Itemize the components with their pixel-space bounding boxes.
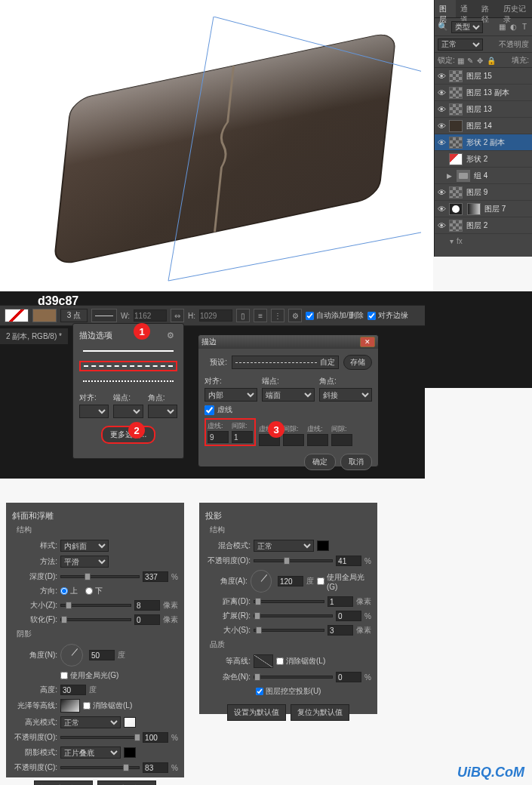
use-global-light-check[interactable]: 使用全局光(G) (317, 572, 371, 591)
set-default-button[interactable]: 设置为默认值 (227, 704, 286, 721)
highlight-color-swatch[interactable] (124, 717, 136, 728)
close-icon[interactable]: ✕ (360, 337, 375, 347)
angle-input[interactable] (89, 650, 115, 660)
stroke-caps-select[interactable] (113, 405, 143, 418)
visibility-toggle-icon[interactable]: 👁 (436, 155, 447, 164)
fx-toggle-icon[interactable]: ▾ (450, 237, 454, 245)
opacity-slider[interactable] (254, 559, 333, 562)
gear-icon[interactable]: ⚙ (167, 331, 177, 341)
angle-input[interactable] (278, 576, 303, 586)
stroke-align-select[interactable] (79, 405, 109, 418)
filter-type-icon[interactable]: T (520, 23, 529, 32)
lock-transparency-icon[interactable]: ▦ (457, 57, 465, 64)
layer-thumbnail[interactable] (457, 170, 470, 182)
stroke-corners-select[interactable] (148, 405, 177, 418)
bevel-style-select[interactable]: 内斜面 (60, 540, 109, 552)
visibility-toggle-icon[interactable]: 👁 (436, 122, 447, 131)
antialias-check[interactable]: 消除锯齿(L) (83, 700, 132, 711)
stroke-swatch[interactable] (32, 309, 57, 322)
stroke-width-input[interactable] (60, 309, 88, 322)
layer-thumbnail[interactable] (449, 87, 463, 99)
path-arrange-icon[interactable]: ≡ (254, 309, 267, 322)
preset-select[interactable]: 自定 (232, 356, 339, 369)
altitude-input[interactable] (60, 685, 86, 695)
knockout-check[interactable]: 图层挖空投影(U) (256, 686, 321, 697)
stroke-align-select[interactable]: 内部 (204, 388, 257, 402)
layer-thumbnail[interactable] (449, 120, 463, 132)
size-slider[interactable] (60, 604, 131, 607)
dash3-input[interactable] (307, 434, 328, 446)
fill-swatch[interactable] (5, 309, 29, 322)
distance-slider[interactable] (254, 600, 324, 603)
layer-name[interactable]: 图层 14 (466, 121, 492, 131)
shadow-opacity-input[interactable] (143, 762, 168, 773)
spread-slider[interactable] (254, 614, 333, 617)
lock-pixels-icon[interactable]: ✎ (467, 57, 475, 64)
visibility-toggle-icon[interactable]: 👁 (436, 138, 447, 147)
lock-all-icon[interactable]: 🔒 (487, 57, 494, 64)
visibility-toggle-icon[interactable]: 👁 (436, 205, 447, 214)
height-input[interactable] (199, 309, 232, 322)
shadow-mode-select[interactable]: 正片叠底 (60, 747, 121, 759)
layer-thumbnail[interactable] (449, 103, 463, 115)
cancel-button[interactable]: 取消 (340, 454, 372, 470)
layer-thumbnail[interactable] (449, 137, 463, 149)
soften-input[interactable] (134, 614, 160, 625)
depth-input[interactable] (143, 571, 168, 582)
gap1-input[interactable] (232, 431, 253, 443)
dir-down-radio[interactable]: 下 (85, 586, 103, 596)
gear-icon[interactable]: ⚙ (288, 309, 302, 322)
filter-image-icon[interactable]: ▦ (497, 23, 506, 32)
width-input[interactable] (134, 309, 167, 322)
size-input[interactable] (328, 625, 353, 636)
antialias-check[interactable]: 消除锯齿(L) (276, 656, 325, 666)
document-tab[interactable]: 2 副本, RGB/8) * (0, 328, 68, 344)
layer-kind-select[interactable]: 类型 (451, 21, 483, 33)
gloss-contour-picker[interactable] (60, 699, 80, 713)
visibility-toggle-icon[interactable]: 👁 (436, 72, 447, 81)
tab-channels[interactable]: 通道 (456, 0, 477, 17)
path-ops-icon[interactable]: ⋮ (271, 309, 284, 322)
layer-item[interactable]: 👁图层 15 (435, 68, 532, 85)
layer-mask-thumbnail[interactable] (467, 203, 481, 215)
layer-thumbnail[interactable] (449, 186, 463, 199)
layer-name[interactable]: 图层 15 (466, 71, 492, 82)
layer-item[interactable]: 👁形状 2 副本 (435, 134, 532, 151)
visibility-toggle-icon[interactable]: 👁 (436, 88, 447, 97)
stroke-preset-solid[interactable] (79, 346, 177, 356)
layer-name[interactable]: 形状 2 副本 (466, 137, 505, 148)
layer-item[interactable]: 👁图层 13 (435, 101, 532, 118)
layer-item[interactable]: 👁图层 7 (435, 201, 532, 217)
ok-button[interactable]: 确定 (304, 454, 336, 470)
stroke-style-dropdown[interactable] (91, 309, 117, 322)
link-wh-icon[interactable]: ⇔ (171, 309, 184, 322)
layer-name[interactable]: 图层 7 (484, 204, 506, 214)
soften-slider[interactable] (60, 618, 131, 621)
size-slider[interactable] (254, 629, 324, 632)
visibility-toggle-icon[interactable]: 👁 (436, 171, 447, 180)
path-align-icon[interactable]: ▯ (236, 309, 250, 322)
depth-slider[interactable] (60, 575, 140, 578)
contour-picker[interactable] (254, 654, 273, 668)
dash-checkbox[interactable]: 虚线 (204, 405, 372, 415)
layer-thumbnail[interactable] (449, 220, 463, 232)
layer-thumbnail[interactable] (449, 70, 463, 82)
spread-input[interactable] (336, 611, 361, 621)
distance-input[interactable] (328, 596, 353, 607)
gap2-input[interactable] (283, 434, 304, 446)
dir-up-radio[interactable]: 上 (60, 586, 78, 596)
reset-default-button[interactable]: 复位为默认值 (291, 704, 349, 721)
reset-default-button[interactable]: 复位为默认值 (97, 780, 156, 785)
highlight-opacity-input[interactable] (143, 732, 168, 743)
stroke-preset-dotted[interactable] (79, 376, 177, 386)
layer-item[interactable]: 👁图层 13 副本 (435, 85, 532, 101)
lock-position-icon[interactable]: ✥ (477, 57, 484, 64)
shadow-opacity-slider[interactable] (60, 766, 140, 769)
dash1-input[interactable] (208, 431, 229, 443)
layer-item[interactable]: 👁图层 9 (435, 184, 532, 201)
shadow-blend-select[interactable]: 正常 (254, 540, 314, 552)
stroke-caps-select[interactable]: 端面 (262, 388, 315, 402)
highlight-mode-select[interactable]: 正常 (60, 716, 121, 728)
stroke-corners-select[interactable]: 斜接 (319, 388, 372, 402)
layer-name[interactable]: 组 4 (474, 171, 487, 181)
